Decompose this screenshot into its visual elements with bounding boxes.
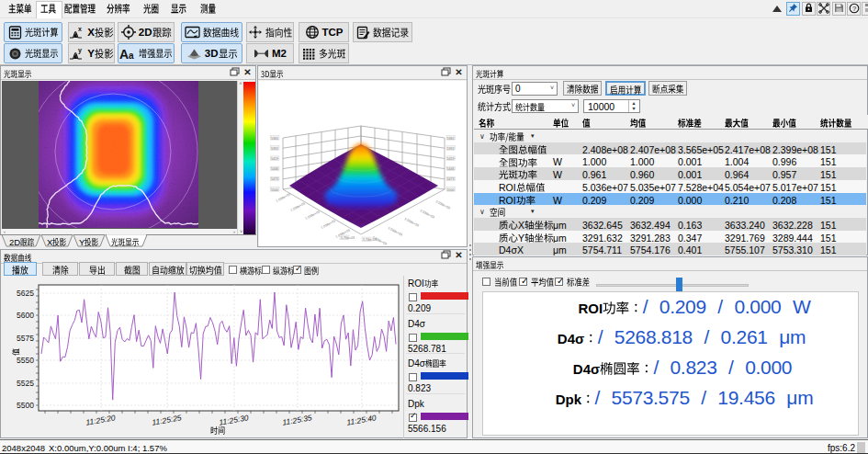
svg-text:5473: 5473 <box>271 177 278 181</box>
svg-text:1.038e+03: 1.038e+03 <box>290 202 306 212</box>
svg-text:5500: 5500 <box>271 188 278 192</box>
svg-text:5446: 5446 <box>271 167 278 171</box>
svg-text:11:25:35: 11:25:35 <box>282 413 313 427</box>
svg-text:11:25:20: 11:25:20 <box>85 413 117 427</box>
svg-text:2.038e+03: 2.038e+03 <box>388 226 403 236</box>
svg-text:5419: 5419 <box>447 157 455 161</box>
svg-text:5365: 5365 <box>271 137 278 141</box>
svg-text:5392: 5392 <box>271 147 278 151</box>
svg-text:5550: 5550 <box>17 356 34 365</box>
svg-text:5392: 5392 <box>447 147 455 151</box>
svg-text:1.038e+03: 1.038e+03 <box>305 210 321 221</box>
svg-text:5446: 5446 <box>447 167 455 171</box>
svg-text:5473: 5473 <box>447 177 455 181</box>
svg-text:1.038e+03: 1.038e+03 <box>276 193 291 203</box>
svg-text:11:25:40: 11:25:40 <box>346 413 378 427</box>
svg-text:5419: 5419 <box>271 157 278 161</box>
svg-text:1.70e+03: 1.70e+03 <box>341 236 355 240</box>
svg-text:5365: 5365 <box>447 137 455 141</box>
svg-text:2.038e+03: 2.038e+03 <box>420 209 435 219</box>
svg-text:x: x <box>78 26 82 32</box>
svg-text:2.038e+03: 2.038e+03 <box>404 217 420 227</box>
svg-text:5525: 5525 <box>17 379 34 388</box>
svg-text:y: y <box>78 47 82 54</box>
svg-text:1.038e+03: 1.038e+03 <box>321 220 336 230</box>
svg-text:?: ? <box>851 5 855 13</box>
svg-text:5600: 5600 <box>17 311 34 320</box>
svg-text:11:25:25: 11:25:25 <box>152 413 183 427</box>
svg-text:1.74e+03: 1.74e+03 <box>363 238 377 242</box>
svg-text:5625: 5625 <box>17 289 34 298</box>
svg-text:2.038e+03: 2.038e+03 <box>435 199 451 210</box>
svg-text:5500: 5500 <box>447 188 455 192</box>
svg-text:a: a <box>129 51 134 60</box>
svg-text:5500: 5500 <box>17 401 34 410</box>
svg-text:5575: 5575 <box>17 334 34 343</box>
svg-text:A: A <box>119 48 129 60</box>
